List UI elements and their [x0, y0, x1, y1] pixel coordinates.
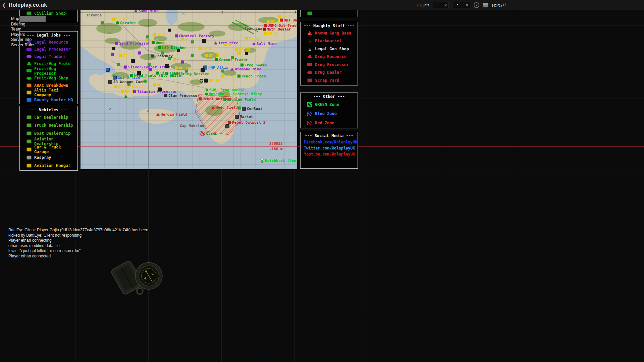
legend-item: Legal Gun Shop — [301, 45, 358, 53]
map-marker-icon — [112, 47, 115, 50]
chat-line: lewis: "i just got killed for no reason … — [8, 248, 223, 254]
legend-icon — [26, 90, 32, 95]
legend-item: Blue Zone — [301, 109, 358, 119]
voice-dropdown[interactable]: •V — [452, 2, 470, 8]
legend-icon — [307, 121, 312, 125]
legend-label: Aviation Hangar — [34, 163, 70, 168]
panel-title: --- Naughty Stuff --- — [301, 22, 358, 29]
channel-dropdown[interactable]: V — [433, 2, 449, 8]
map-marker-icon — [240, 64, 244, 67]
legend-icon — [26, 98, 32, 102]
map-marker-label: DP 25 — [268, 32, 279, 36]
map-marker-icon — [264, 32, 267, 35]
map-marker — [181, 61, 185, 64]
map-marker-icon — [121, 90, 124, 93]
legend-item: Fruit/Veg Processor — [20, 67, 77, 75]
map-marker-icon — [235, 48, 238, 51]
legend-item: Scrap Yard — [301, 76, 358, 84]
map-marker-icon — [138, 52, 141, 55]
map-marker-label: Heroin Field — [161, 112, 187, 117]
map-marker-icon — [153, 83, 156, 86]
cursor-grid-coordinate: 258033 — [269, 141, 283, 146]
map-marker-icon — [149, 68, 152, 71]
legend-icon — [26, 115, 32, 119]
menu-item[interactable]: Players — [11, 32, 35, 38]
chat-log: BattlEye Client: Player Gajin (9df13ddca… — [8, 228, 223, 259]
map-marker-label: DP 5 — [157, 33, 166, 37]
map-marker-icon — [131, 59, 135, 63]
chat-line: kicked by BattlEye: Client not respondin… — [8, 233, 223, 238]
legend-label: Boat Dealership — [34, 131, 70, 136]
menu-item[interactable]: Server Rules — [11, 43, 35, 48]
clock-seconds: 27 — [502, 3, 506, 6]
map-marker — [112, 47, 116, 50]
legend-label: Legal Traders — [34, 54, 66, 59]
map-marker-label: DP 21 — [249, 36, 260, 41]
crosshair-vertical — [262, 10, 262, 362]
legend-panel-vehicles: --- Vehicles --- Car Dealership Truck De… — [19, 106, 78, 171]
map-marker: 2 — [220, 10, 223, 14]
compass-icon[interactable] — [474, 2, 479, 8]
legend-icon — [307, 71, 312, 74]
map-view[interactable]: Thronos 2 3 Sand Mine DP 4 — [80, 10, 297, 169]
legend-item — [301, 10, 358, 16]
legend-label: Known Gang Base — [315, 31, 351, 36]
map-marker — [201, 68, 206, 72]
layers-icon[interactable] — [483, 2, 489, 8]
map-marker: Clam Processor — [164, 94, 200, 98]
map-marker-icon — [168, 29, 171, 32]
chat-line: ethan uses modified data file — [8, 243, 223, 249]
map-marker-icon — [144, 80, 147, 83]
map-marker-icon — [199, 98, 202, 101]
chevron-down-icon: V — [444, 3, 447, 7]
map-marker-icon — [113, 75, 117, 79]
legend-item: Known Gang Base — [301, 29, 358, 37]
legend-icon — [307, 112, 312, 116]
map-marker-icon — [264, 24, 267, 27]
map-marker-icon — [153, 34, 156, 37]
map-marker-icon — [115, 42, 118, 45]
legend-label: Car & Truck Garage — [34, 145, 77, 154]
map-marker-icon — [127, 83, 130, 86]
map-marker: Chemical Factory — [175, 34, 214, 38]
map-marker-label: Cocaine — [120, 21, 136, 25]
map-marker: Market — [235, 115, 253, 119]
legend-icon — [26, 164, 32, 168]
map-marker — [144, 80, 148, 83]
legend-icon — [307, 39, 312, 44]
map-marker-icon — [175, 67, 178, 70]
social-link-label: Youtube.com/RoleplayUK — [304, 152, 355, 157]
map-marker-icon — [228, 121, 231, 124]
map-marker-label: Ioannina — [245, 26, 262, 31]
legend-label: Legal Gun Shop — [315, 47, 349, 51]
map-marker-icon — [206, 88, 208, 91]
menu-item[interactable]: Team — [11, 27, 35, 32]
map-marker-icon — [117, 63, 120, 66]
menu-item[interactable]: Map — [11, 16, 35, 22]
map-marker: DP 2 — [153, 83, 166, 87]
map-marker-icon — [199, 47, 202, 50]
map-marker: Thronos — [85, 13, 102, 17]
legend-item: Drug Dealer — [301, 69, 358, 77]
map-marker: HMP Altis — [203, 65, 228, 70]
chat-line: Player ethan connected — [8, 254, 223, 259]
legend-item: Boat Dealership — [20, 129, 77, 137]
map-marker-icon — [109, 107, 111, 111]
map-marker-icon — [152, 41, 155, 44]
map-marker-label: DP 20 — [203, 46, 214, 51]
legend-icon — [26, 156, 32, 160]
legend-label: Fruit/Veg Processor — [34, 66, 77, 76]
map-marker-label: Rebel Outpost 2 — [232, 120, 265, 125]
app-title: Roleplay.co.uk — [9, 2, 47, 8]
legend-label: Altis Taxi Company — [34, 88, 77, 97]
map-marker-icon — [221, 70, 224, 73]
map-marker-icon — [124, 95, 127, 98]
menu-item[interactable]: Briefing — [11, 22, 35, 27]
legend-label: Drug Processor — [315, 62, 349, 67]
menu-item[interactable]: Server Info — [11, 37, 35, 43]
legend-icon — [307, 47, 312, 51]
map-marker — [127, 83, 131, 86]
map-marker-icon — [101, 21, 104, 24]
map-marker-icon — [204, 78, 208, 82]
back-chevron-icon[interactable]: ❮ — [0, 2, 9, 8]
